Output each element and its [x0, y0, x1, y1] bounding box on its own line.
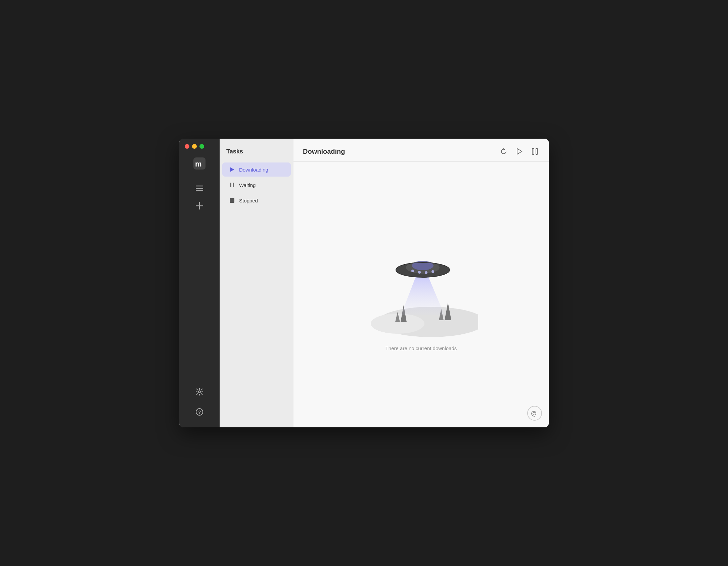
tasks-panel: Tasks Downloading Waiting [220, 139, 293, 427]
spiral-button[interactable] [527, 406, 542, 421]
svg-text:?: ? [198, 410, 201, 415]
app-window: m [179, 139, 549, 427]
main-header: Downloading [293, 139, 549, 162]
menu-icon-button[interactable] [192, 181, 207, 196]
play-icon [229, 167, 235, 173]
svg-point-35 [425, 271, 427, 274]
svg-point-33 [411, 270, 414, 272]
downloading-label: Downloading [239, 167, 268, 173]
svg-rect-21 [536, 148, 538, 154]
header-actions [499, 147, 539, 156]
sidebar: m [179, 139, 220, 427]
settings-icon-button[interactable] [192, 384, 207, 399]
app-logo: m [193, 157, 206, 170]
svg-line-12 [197, 389, 198, 390]
stop-icon [229, 197, 235, 203]
stopped-label: Stopped [239, 198, 258, 203]
traffic-lights [179, 144, 204, 149]
help-icon-button[interactable]: ? [192, 405, 207, 419]
sidebar-item-downloading[interactable]: Downloading [222, 162, 291, 177]
svg-point-34 [418, 271, 421, 274]
svg-point-7 [198, 391, 200, 393]
refresh-button[interactable] [499, 147, 508, 156]
svg-rect-19 [233, 183, 234, 187]
maximize-window-button[interactable] [199, 144, 204, 149]
waiting-label: Waiting [239, 182, 256, 188]
svg-line-13 [201, 394, 202, 395]
empty-state-text: There are no current downloads [385, 345, 457, 351]
add-button[interactable] [192, 198, 207, 213]
minimize-window-button[interactable] [192, 144, 197, 149]
svg-text:m: m [195, 160, 202, 168]
tasks-panel-title: Tasks [220, 139, 293, 162]
sidebar-item-waiting[interactable]: Waiting [222, 178, 291, 192]
ufo-illustration [364, 218, 478, 339]
pause-all-button[interactable] [531, 147, 539, 156]
svg-rect-18 [230, 183, 231, 187]
play-button[interactable] [515, 147, 524, 156]
svg-line-15 [197, 394, 198, 395]
empty-state: There are no current downloads [293, 162, 549, 427]
sidebar-item-stopped[interactable]: Stopped [222, 193, 291, 207]
main-body: There are no current downloads [293, 162, 549, 427]
pause-icon [229, 182, 235, 188]
main-content: Downloading [293, 139, 549, 427]
main-header-title: Downloading [303, 148, 345, 155]
close-window-button[interactable] [185, 144, 189, 149]
svg-line-14 [201, 389, 202, 390]
sidebar-bottom: ? [192, 384, 207, 422]
svg-point-36 [431, 270, 434, 273]
svg-rect-20 [532, 148, 534, 154]
svg-marker-28 [401, 272, 445, 315]
